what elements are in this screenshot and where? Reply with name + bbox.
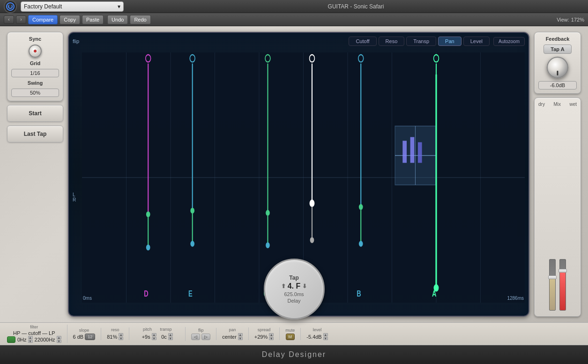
reso-up[interactable]: ▲ bbox=[119, 333, 123, 336]
spread-down[interactable]: ▼ bbox=[269, 337, 274, 340]
svg-point-39 bbox=[359, 204, 363, 210]
filter-freq-up[interactable]: ▲ bbox=[28, 336, 33, 339]
svg-point-31 bbox=[266, 242, 270, 248]
pitch-group: pitch transp +9s ▲ ▼ 0c ▲ ▼ bbox=[129, 327, 186, 341]
view-info: View: 172% bbox=[557, 17, 584, 22]
tab-pan[interactable]: Pan bbox=[438, 37, 461, 46]
copy-button[interactable]: Copy bbox=[60, 15, 80, 24]
spread-up[interactable]: ▲ bbox=[269, 333, 274, 336]
flip-right-button[interactable]: ▷ bbox=[201, 334, 210, 340]
slope-db: 6 bbox=[73, 334, 76, 340]
tab-cutoff[interactable]: Cutoff bbox=[349, 37, 376, 46]
pitch-up[interactable]: ▲ bbox=[152, 333, 156, 336]
level-up[interactable]: ▲ bbox=[323, 333, 328, 336]
svg-text:B: B bbox=[357, 289, 361, 298]
filter-cutoff-down[interactable]: ▼ bbox=[57, 340, 61, 343]
sync-knob[interactable] bbox=[29, 45, 42, 58]
level-down[interactable]: ▼ bbox=[323, 337, 328, 340]
mix-box: dry Mix wet bbox=[534, 97, 581, 317]
pan-stepper[interactable]: ▲ ▼ bbox=[238, 333, 243, 340]
filter-cutoff-stepper[interactable]: ▲ ▼ bbox=[57, 336, 61, 343]
left-panel: Sync Grid 1/16 Swing 50% Start Last Tap bbox=[7, 32, 63, 317]
tap-arrows-down[interactable]: ⬇ bbox=[302, 283, 307, 290]
reso-stepper[interactable]: ▲ ▼ bbox=[119, 333, 123, 340]
pan-group: pan center ▲ ▼ bbox=[216, 327, 249, 340]
transp-stepper[interactable]: ▲ ▼ bbox=[168, 333, 173, 340]
forward-button[interactable]: › bbox=[16, 15, 26, 24]
spread-label: spread bbox=[258, 327, 271, 332]
svg-point-29 bbox=[266, 210, 270, 216]
preset-dropdown[interactable]: Factory Default ▾ bbox=[21, 1, 124, 12]
tap-label: Tap bbox=[289, 275, 298, 281]
level-label: level bbox=[313, 327, 322, 332]
footer: Delay Designer bbox=[0, 345, 588, 364]
feedback-knob[interactable] bbox=[547, 57, 568, 78]
svg-point-13 bbox=[146, 211, 150, 217]
filter-cutoff-up[interactable]: ▲ bbox=[57, 336, 61, 339]
param-strip: filter HP — cutoff — LP 0Hz ▲ ▼ 22000Hz … bbox=[0, 322, 588, 345]
pitch-stepper[interactable]: ▲ ▼ bbox=[152, 333, 156, 340]
display-tabs: flip Cutoff Reso Transp Pan Level Autozo… bbox=[73, 37, 525, 46]
view-zoom: 172% bbox=[571, 17, 584, 22]
title-bar: GUITAR - Sonic Safari bbox=[127, 3, 584, 10]
tap-circle[interactable]: Tap ⬆ 4. F ⬇ 625.0ms Delay bbox=[264, 259, 325, 319]
svg-rect-25 bbox=[410, 137, 415, 163]
dry-label: dry bbox=[538, 102, 545, 107]
last-tap-button[interactable]: Last Tap bbox=[7, 126, 63, 142]
tab-reso[interactable]: Reso bbox=[379, 37, 405, 46]
reso-down[interactable]: ▼ bbox=[119, 337, 123, 340]
start-button[interactable]: Start bbox=[7, 105, 63, 122]
redo-button[interactable]: Redo bbox=[130, 15, 150, 24]
feedback-label: Feedback bbox=[546, 36, 570, 42]
paste-button[interactable]: Paste bbox=[82, 15, 104, 24]
slope-group: slope 6 dB 12 bbox=[67, 328, 102, 340]
tab-transp[interactable]: Transp bbox=[406, 37, 436, 46]
spread-stepper[interactable]: ▲ ▼ bbox=[269, 333, 274, 340]
slope-badge: 12 bbox=[85, 334, 95, 340]
second-bar: ‹ › Compare Copy Paste Undo Redo View: 1… bbox=[0, 13, 588, 26]
preset-name: Factory Default bbox=[24, 3, 62, 10]
spread-group: spread +29% ▲ ▼ bbox=[249, 327, 280, 340]
r-label: R bbox=[73, 197, 80, 202]
filter-freq-down[interactable]: ▼ bbox=[28, 340, 33, 343]
level-group: level -5.4dB ▲ ▼ bbox=[301, 327, 333, 340]
sync-knob-dot bbox=[34, 50, 37, 52]
filter-on-button[interactable] bbox=[7, 336, 15, 343]
level-value: -5.4dB bbox=[306, 334, 321, 340]
wet-fader-handle[interactable] bbox=[558, 269, 567, 273]
filter-freq-stepper[interactable]: ▲ ▼ bbox=[28, 336, 33, 343]
back-button[interactable]: ‹ bbox=[4, 15, 14, 24]
time-start: 0ms bbox=[83, 296, 92, 301]
svg-text:E: E bbox=[188, 289, 193, 298]
pitch-value: +9s bbox=[142, 334, 150, 340]
level-stepper[interactable]: ▲ ▼ bbox=[323, 333, 328, 340]
reso-label: reso bbox=[111, 327, 119, 332]
mute-button[interactable]: M bbox=[286, 334, 295, 340]
filter-freq: 0Hz bbox=[17, 337, 27, 342]
svg-text:A: A bbox=[432, 289, 437, 298]
grid-value[interactable]: 1/16 bbox=[11, 69, 59, 77]
mix-header: dry Mix wet bbox=[538, 102, 577, 107]
swing-value[interactable]: 50% bbox=[11, 89, 59, 97]
pitch-down[interactable]: ▼ bbox=[152, 337, 156, 340]
flip-label: flip bbox=[73, 38, 79, 44]
transp-up[interactable]: ▲ bbox=[168, 333, 173, 336]
tap-a-button[interactable]: Tap A bbox=[543, 45, 571, 54]
undo-button[interactable]: Undo bbox=[107, 15, 128, 24]
transp-down[interactable]: ▼ bbox=[168, 337, 173, 340]
flip-left-button[interactable]: ◁ bbox=[191, 334, 200, 340]
svg-rect-26 bbox=[418, 142, 422, 163]
view-label: View: bbox=[557, 17, 569, 22]
tab-level[interactable]: Level bbox=[463, 37, 490, 46]
compare-button[interactable]: Compare bbox=[28, 15, 58, 24]
pan-up[interactable]: ▲ bbox=[238, 333, 243, 336]
grid-label: Grid bbox=[30, 60, 41, 66]
sync-label: Sync bbox=[29, 36, 41, 42]
mute-group: mute M bbox=[280, 328, 301, 340]
tap-arrows-up[interactable]: ⬆ bbox=[281, 283, 286, 290]
power-button[interactable] bbox=[4, 0, 17, 13]
autozoom-button[interactable]: Autozoom bbox=[493, 37, 525, 46]
pan-down[interactable]: ▼ bbox=[238, 337, 243, 340]
filter-label: filter bbox=[30, 325, 38, 329]
dry-fader-handle[interactable] bbox=[548, 275, 557, 279]
